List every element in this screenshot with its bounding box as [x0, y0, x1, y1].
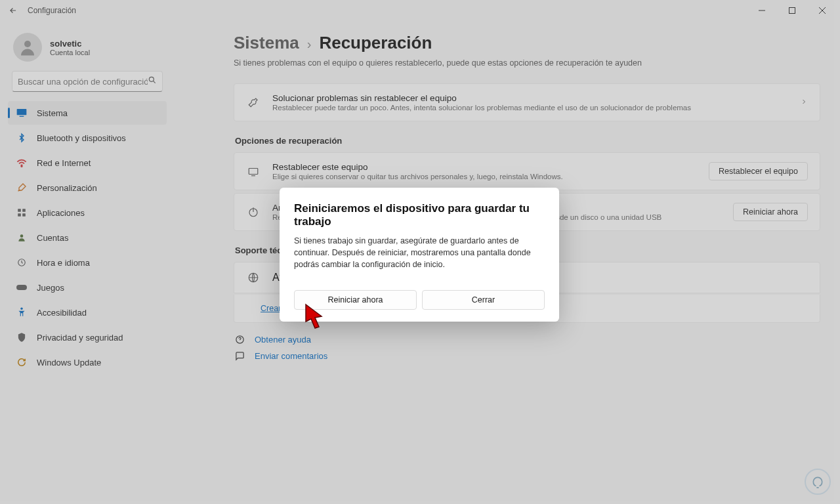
dialog-body: Si tienes trabajo sin guardar, asegúrate… — [294, 235, 545, 270]
assistant-bubble[interactable] — [805, 469, 831, 495]
dialog-close-button[interactable]: Cerrar — [422, 290, 545, 310]
dialog-title: Reiniciaremos el dispositivo para guarda… — [294, 202, 545, 228]
dialog-restart-now-button[interactable]: Reiniciar ahora — [294, 290, 417, 310]
restart-confirm-dialog: Reiniciaremos el dispositivo para guarda… — [280, 188, 559, 322]
